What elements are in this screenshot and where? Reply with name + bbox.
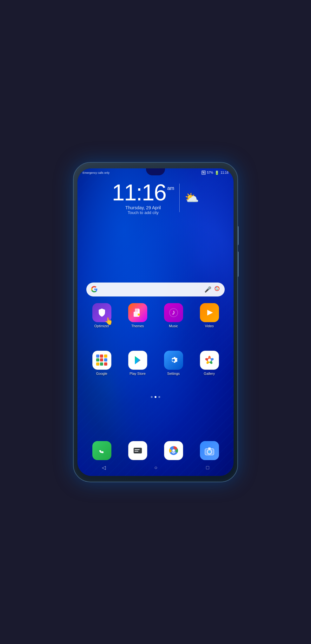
svg-point-1 xyxy=(216,287,217,288)
google-label: Google xyxy=(96,372,107,375)
messages-icon xyxy=(128,441,147,460)
svg-marker-10 xyxy=(207,310,213,315)
cursor-pointer-icon: 👆 xyxy=(104,317,113,325)
dock-chrome[interactable] xyxy=(161,441,186,460)
app-optimizer[interactable]: 👆 Optimizer xyxy=(89,303,115,328)
video-icon xyxy=(200,303,219,322)
svg-point-23 xyxy=(172,449,175,452)
settings-icon xyxy=(164,351,183,370)
nfc-icon: N xyxy=(202,171,206,175)
dock xyxy=(77,441,234,460)
page-dot-1[interactable] xyxy=(155,396,156,398)
app-row-1: 👆 Optimizer Themes xyxy=(77,303,234,328)
clock-divider xyxy=(179,184,180,212)
themes-label: Themes xyxy=(131,324,144,328)
music-label: Music xyxy=(169,324,178,328)
app-music[interactable]: ♪ Music xyxy=(161,303,186,328)
themes-icon xyxy=(128,303,147,322)
clock-display: 11:16 am Thursday, 29 April Touch to add… xyxy=(112,181,174,215)
playstore-icon xyxy=(128,351,147,370)
svg-point-17 xyxy=(208,359,211,362)
svg-point-0 xyxy=(215,286,219,290)
clock-time: 11:16 xyxy=(112,181,166,204)
emergency-text: Emergency calls only xyxy=(83,171,109,174)
app-settings[interactable]: Settings xyxy=(161,351,186,375)
status-time: 11:16 xyxy=(221,171,228,174)
back-button[interactable]: ◁ xyxy=(102,465,106,471)
page-indicators xyxy=(77,396,234,398)
chrome-icon xyxy=(164,441,183,460)
svg-rect-7 xyxy=(138,314,140,315)
dock-camera[interactable] xyxy=(197,441,222,460)
recents-button[interactable]: □ xyxy=(206,465,209,471)
google-grid-icon xyxy=(96,355,108,366)
phone-device: Emergency calls only N 57% 🔋 11:16 11:16… xyxy=(73,162,238,482)
app-google[interactable]: Google xyxy=(89,351,115,375)
optimizer-icon: 👆 xyxy=(92,303,111,322)
settings-label: Settings xyxy=(167,372,180,375)
app-gallery[interactable]: Gallery xyxy=(197,351,222,375)
microphone-icon[interactable]: 🎤 xyxy=(204,286,211,293)
power-button[interactable] xyxy=(237,226,239,245)
battery-icon: 🔋 xyxy=(215,171,219,175)
svg-rect-18 xyxy=(134,448,142,453)
phone-icon xyxy=(92,441,111,460)
svg-point-3 xyxy=(216,289,217,290)
playstore-label: Play Store xyxy=(129,372,146,375)
svg-rect-25 xyxy=(208,447,211,449)
svg-marker-11 xyxy=(135,356,141,364)
app-playstore[interactable]: Play Store xyxy=(125,351,150,375)
home-button[interactable]: ○ xyxy=(154,465,157,471)
phone-screen: Emergency calls only N 57% 🔋 11:16 11:16… xyxy=(77,168,234,476)
page-dot-0[interactable] xyxy=(151,396,153,398)
svg-point-2 xyxy=(217,287,218,288)
clock-date: Thursday, 29 April xyxy=(112,205,174,210)
app-row-2: Google Pla xyxy=(77,351,234,375)
page-dot-2[interactable] xyxy=(158,396,160,398)
video-label: Video xyxy=(205,324,214,328)
svg-text:♪: ♪ xyxy=(172,308,175,316)
app-video[interactable]: Video xyxy=(197,303,222,328)
notch xyxy=(146,168,165,175)
music-icon: ♪ xyxy=(164,303,183,322)
gallery-icon xyxy=(200,351,219,370)
camera-icon xyxy=(200,441,219,460)
weather-icon: ⛅ xyxy=(185,191,199,205)
clock-section: 11:16 am Thursday, 29 April Touch to add… xyxy=(77,181,234,215)
google-logo xyxy=(91,286,98,293)
status-right: N 57% 🔋 11:16 xyxy=(202,171,228,175)
dock-phone[interactable] xyxy=(89,441,115,460)
gallery-label: Gallery xyxy=(204,372,215,375)
clock-ampm: am xyxy=(167,185,174,191)
app-themes[interactable]: Themes xyxy=(125,303,150,328)
svg-point-27 xyxy=(208,451,210,453)
battery-percent: 57% xyxy=(207,171,213,174)
google-icon xyxy=(92,351,111,370)
google-search-bar[interactable]: 🎤 xyxy=(86,283,225,296)
dock-messages[interactable] xyxy=(125,441,150,460)
clock-city: Touch to add city xyxy=(112,210,174,215)
volume-button[interactable] xyxy=(237,251,239,277)
nav-bar: ◁ ○ □ xyxy=(77,462,234,473)
lens-icon[interactable] xyxy=(214,285,220,293)
